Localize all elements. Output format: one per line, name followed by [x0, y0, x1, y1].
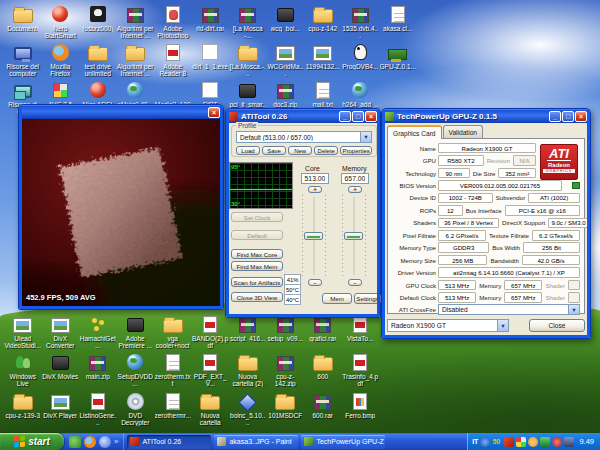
chevron-more-icon[interactable]: » — [114, 437, 118, 446]
desktop-icon-listinogene[interactable]: ListinoGene... — [79, 391, 117, 426]
chevron-down-icon[interactable]: ▼ — [568, 305, 579, 314]
desktop-icon-la-mosca[interactable]: [La.Mosca.-... — [229, 42, 267, 77]
new-button[interactable]: New — [288, 146, 312, 155]
chevron-down-icon[interactable]: ▼ — [497, 320, 508, 331]
desktop-icon-grafici-rar[interactable]: grafici.rar — [304, 314, 342, 349]
desktop-icon-main-zip[interactable]: main.zip — [79, 352, 117, 387]
firefox-quicklaunch-icon[interactable] — [84, 436, 96, 448]
chevron-down-icon[interactable]: ▼ — [360, 132, 371, 142]
desktop-icon-ulead-videostudi[interactable]: Ulead VideoStudi... — [4, 314, 42, 349]
desktop-icon-adobe-reader-8[interactable]: Adobe Reader 8 — [154, 42, 192, 77]
desktop-icon-bando-2-pdf[interactable]: BANDO(2).pdf — [192, 314, 230, 349]
update-tray-icon[interactable] — [528, 437, 538, 447]
set-clock-button[interactable]: Set Clock — [231, 212, 283, 222]
taskbar-task-paint[interactable]: akasa3..JPG - Paint — [214, 435, 298, 449]
delete-button[interactable]: Delete — [314, 146, 338, 155]
desktop-icon-la-mosca[interactable]: [La Mosca -... — [229, 4, 267, 39]
desktop-icon-script-416[interactable]: script_416... — [229, 314, 267, 349]
core-slider[interactable] — [302, 195, 326, 277]
profile-combobox[interactable]: Default (513.00 / 657.00) ▼ — [236, 131, 372, 143]
3d-view-titlebar[interactable]: × — [19, 105, 223, 119]
avg-tray-icon[interactable] — [516, 437, 526, 447]
core-slider-thumb[interactable] — [304, 232, 323, 240]
memory-slider[interactable] — [342, 195, 366, 277]
desktop-icon-algoritmi-per-internet[interactable]: Algoritmi per Internet ... — [117, 42, 155, 77]
desktop-icon-test-drive-unlimited-crack[interactable]: test drive unlimited crack — [79, 42, 117, 77]
desktop-icon-nero-startsmart[interactable]: Nero StartSmart — [42, 4, 80, 39]
close-3d-view-button[interactable]: Close 3D View — [231, 292, 283, 302]
desktop-icon-adobe-photoshop[interactable]: Adobe Photoshop ... — [154, 4, 192, 39]
desktop-icon-setup-v09[interactable]: setup_v09... — [267, 314, 305, 349]
desktop-icon-trasinfo-4-pdf[interactable]: Trasinfo_4.pdf — [342, 352, 380, 387]
memory-minus-button[interactable]: - — [348, 279, 362, 286]
close-button[interactable]: Close — [529, 319, 585, 332]
desktop-icon-hamachiget[interactable]: HamachiGet... — [79, 314, 117, 349]
maximize-icon[interactable]: □ — [352, 111, 364, 122]
memory-plus-button[interactable]: + — [348, 186, 362, 193]
desktop-icon-divx-converter[interactable]: DivX Converter — [42, 314, 80, 349]
messenger-quicklaunch-icon[interactable] — [69, 436, 81, 448]
start-button[interactable]: start — [0, 433, 64, 450]
desktop-icon-osbrz000[interactable]: (osbrz000) — [79, 4, 117, 39]
desktop-icon-nuova-cartella[interactable]: Nuova cartella — [192, 391, 230, 426]
bios-chip-icon[interactable] — [572, 182, 580, 189]
temp-monitor-tray-icon[interactable]: 50 — [492, 437, 502, 447]
settings-button[interactable]: Settings — [354, 293, 381, 304]
memory-clock-field[interactable]: 657.00 — [341, 173, 369, 184]
desktop-icon-nuova-cartella-2[interactable]: Nuova cartella (2) — [229, 352, 267, 387]
core-plus-button[interactable]: + — [308, 186, 322, 193]
find-max-core-button[interactable]: Find Max Core — [231, 249, 283, 259]
desktop-icon-ferro-bmp[interactable]: Ferro.bmp — [342, 391, 380, 426]
crossfire-combobox[interactable]: Disabled ▼ — [438, 304, 580, 315]
properties-button[interactable]: Properties — [340, 146, 372, 155]
mem-button[interactable]: Mem — [322, 293, 352, 304]
gpuz-titlebar[interactable]: TechPowerUp GPU-Z 0.1.5 _ □ × — [382, 109, 590, 123]
close-icon[interactable]: × — [575, 111, 587, 122]
desktop-icon-akasa-cl[interactable]: akasa.cl... — [379, 4, 417, 39]
core-clock-field[interactable]: 513.00 — [301, 173, 329, 184]
minimize-icon[interactable]: _ — [339, 111, 351, 122]
find-max-mem-button[interactable]: Find Max Mem — [231, 261, 283, 271]
emule-tray-icon[interactable] — [480, 437, 490, 447]
desktop-icon-wcg-boi[interactable]: wcg_boi... — [267, 4, 305, 39]
scan-for-artifacts-button[interactable]: Scan for Artifacts — [231, 277, 283, 287]
desktop-icon-risorse-del-computer[interactable]: Risorse del computer — [4, 42, 42, 77]
desktop-icon-cpu-z-139-3[interactable]: cpu-z-139-3 — [4, 391, 42, 426]
taskbar-task-ati[interactable]: ATITool 0.26 — [127, 435, 211, 449]
desktop-icon-documenti[interactable]: Documenti — [4, 4, 42, 39]
alert-tray-icon[interactable] — [552, 437, 562, 447]
desktop-icon-101msdcf[interactable]: 101MSDCF — [267, 391, 305, 426]
card-select-combobox[interactable]: Radeon X1900 GT ▼ — [387, 319, 509, 332]
core-minus-button[interactable]: - — [308, 279, 322, 286]
taskbar-task-gpuz[interactable]: TechPowerUp GPU-Z ... — [301, 435, 385, 449]
desktop-icon-1535-dvb-4[interactable]: 1535.dvb.4... — [342, 4, 380, 39]
desktop-icon-gpu-z-0-1[interactable]: GPU-Z.0.1... — [379, 42, 417, 77]
close-icon[interactable]: × — [208, 107, 220, 118]
desktop-icon-mozilla-firefox[interactable]: Mozilla Firefox — [42, 42, 80, 77]
maximize-icon[interactable]: □ — [562, 111, 574, 122]
desktop-icon-cpu-z-142[interactable]: cpu-z-142 — [304, 4, 342, 39]
desktop-icon-zerothermr[interactable]: zerothermr... — [154, 391, 192, 426]
desktop-icon-600-rar[interactable]: 600.rar — [304, 391, 342, 426]
ati-tray-icon[interactable] — [504, 437, 514, 447]
memory-slider-thumb[interactable] — [344, 232, 363, 240]
default-button[interactable]: Default — [231, 230, 283, 240]
desktop-icon-pdf-ext-v[interactable]: PDF_EXT_V... — [192, 352, 230, 387]
language-indicator[interactable]: IT — [472, 438, 478, 445]
desktop-icon-divx-player[interactable]: DivX Player — [42, 391, 80, 426]
desktop-icon-11994132[interactable]: 11994132... — [304, 42, 342, 77]
desktop-icon-dvd-decrypter[interactable]: DVD Decrypter — [117, 391, 155, 426]
desktop-icon-zerotherm-txt[interactable]: zerotherm.txt — [154, 352, 192, 387]
browser-quicklaunch-icon[interactable] — [99, 436, 111, 448]
desktop-icon-algoritmi-per-internet[interactable]: Algoritmi per Internet ... — [117, 4, 155, 39]
desktop-icon-cpu-z-142-zip[interactable]: cpu-z-142.zip — [267, 352, 305, 387]
tab-validation[interactable]: Validation — [443, 125, 483, 138]
desktop-icon-adobe-premiere[interactable]: Adobe Premiere ... — [117, 314, 155, 349]
desktop-icon-wcgridma[interactable]: WCGridMa... — [267, 42, 305, 77]
desktop-icon-rld-dirt-rar[interactable]: rld-dirt.rar — [192, 4, 230, 39]
desktop-icon-600[interactable]: 600 — [304, 352, 342, 387]
shield-tray-icon[interactable] — [540, 437, 550, 447]
load-button[interactable]: Load — [236, 146, 260, 155]
close-icon[interactable]: × — [365, 111, 377, 122]
desktop-icon-boinc-5-10[interactable]: boinc_5.10.... — [229, 391, 267, 426]
